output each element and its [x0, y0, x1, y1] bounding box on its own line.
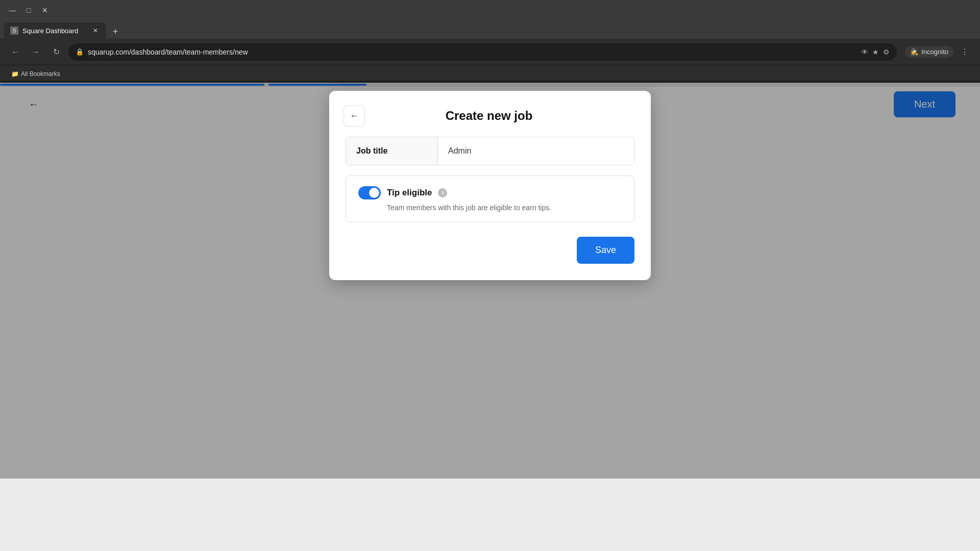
folder-icon: 📁	[11, 70, 19, 78]
modal-body: Job title Tip eligible i	[329, 137, 651, 222]
browser-titlebar: — □ ✕	[0, 0, 980, 20]
tab-title: Square Dashboard	[22, 27, 78, 35]
address-bar[interactable]: 🔒 squarup.com/dashboard/team/team-member…	[68, 43, 897, 61]
tip-eligible-toggle[interactable]	[358, 186, 381, 199]
tab-bar: S Square Dashboard ✕ +	[0, 20, 980, 39]
url-text[interactable]: squarup.com/dashboard/team/team-members/…	[88, 48, 857, 56]
modal-title: Create new job	[365, 109, 613, 123]
tip-info-icon[interactable]: i	[438, 188, 447, 197]
bookmarks-label: All Bookmarks	[21, 70, 60, 78]
address-bar-row: ← → ↻ 🔒 squarup.com/dashboard/team/team-…	[0, 39, 980, 65]
incognito-icon: 🕵	[910, 48, 918, 56]
browser-right-icons: 🕵 Incognito ⋮	[905, 44, 973, 60]
main-area: Overtime Exempt This team member is not …	[0, 121, 980, 479]
active-tab[interactable]: S Square Dashboard ✕	[4, 22, 106, 39]
extensions-icon: ⚙	[883, 48, 890, 56]
tip-eligible-toggle-thumb	[369, 188, 379, 198]
maximize-button[interactable]: □	[21, 3, 36, 17]
tab-favicon: S	[10, 27, 18, 35]
forward-navigation-button[interactable]: →	[28, 44, 44, 60]
job-title-row: Job title	[346, 137, 634, 165]
window-controls[interactable]: — □ ✕	[5, 3, 52, 17]
job-title-input[interactable]	[438, 137, 634, 165]
tip-eligible-header: Tip eligible i	[358, 186, 622, 199]
modal-overlay: ← Create new job Job title	[0, 81, 980, 479]
create-job-modal: ← Create new job Job title	[329, 91, 651, 280]
profile-label: Incognito	[921, 48, 948, 56]
bookmarks-bar: 📁 All Bookmarks	[0, 65, 980, 83]
tip-eligible-toggle-track	[358, 186, 381, 199]
page-content: ← Next Overtime Exempt This team member …	[0, 83, 980, 551]
bookmarks-folder-button[interactable]: 📁 All Bookmarks	[7, 69, 64, 79]
tab-close-button[interactable]: ✕	[91, 26, 100, 35]
new-tab-button[interactable]: +	[108, 24, 122, 39]
modal-back-button[interactable]: ←	[344, 105, 365, 127]
refresh-button[interactable]: ↻	[48, 44, 64, 60]
eye-off-icon: 👁	[861, 48, 868, 56]
modal-header: ← Create new job	[329, 91, 651, 137]
back-navigation-button[interactable]: ←	[7, 44, 23, 60]
bookmark-star-icon: ★	[872, 48, 879, 56]
address-action-icons: 👁 ★ ⚙	[861, 48, 890, 56]
minimize-button[interactable]: —	[5, 3, 19, 17]
tip-eligible-box: Tip eligible i Team members with this jo…	[346, 176, 634, 222]
browser-chrome: — □ ✕ S Square Dashboard ✕ + ← → ↻ 🔒 squ…	[0, 0, 980, 83]
save-button[interactable]: Save	[577, 237, 634, 264]
more-options-button[interactable]: ⋮	[957, 44, 973, 60]
tip-eligible-description: Team members with this job are eligible …	[387, 204, 622, 212]
tip-eligible-label: Tip eligible	[387, 188, 432, 198]
job-title-label: Job title	[346, 137, 438, 165]
modal-footer: Save	[329, 237, 651, 264]
address-security-icon: 🔒	[76, 48, 84, 56]
profile-button[interactable]: 🕵 Incognito	[905, 46, 953, 58]
close-window-button[interactable]: ✕	[38, 3, 52, 17]
